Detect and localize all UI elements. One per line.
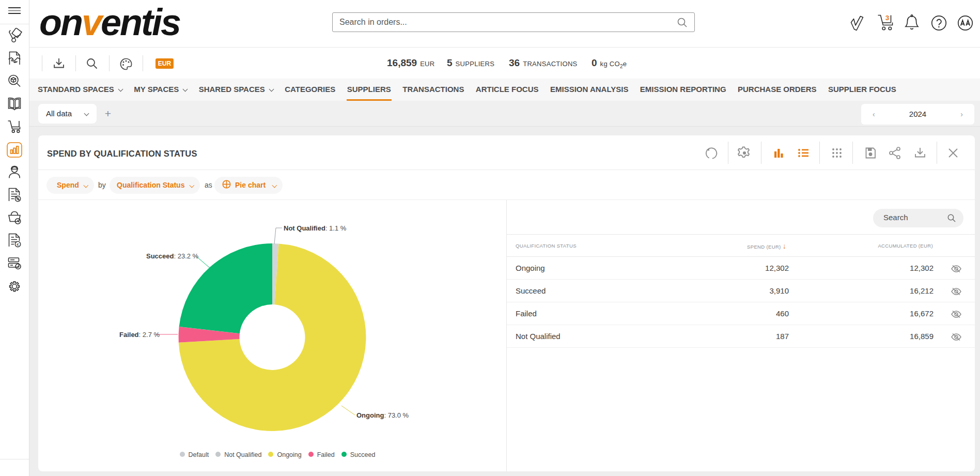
svg-text:€: € xyxy=(17,242,19,247)
svg-text:3: 3 xyxy=(885,14,890,22)
